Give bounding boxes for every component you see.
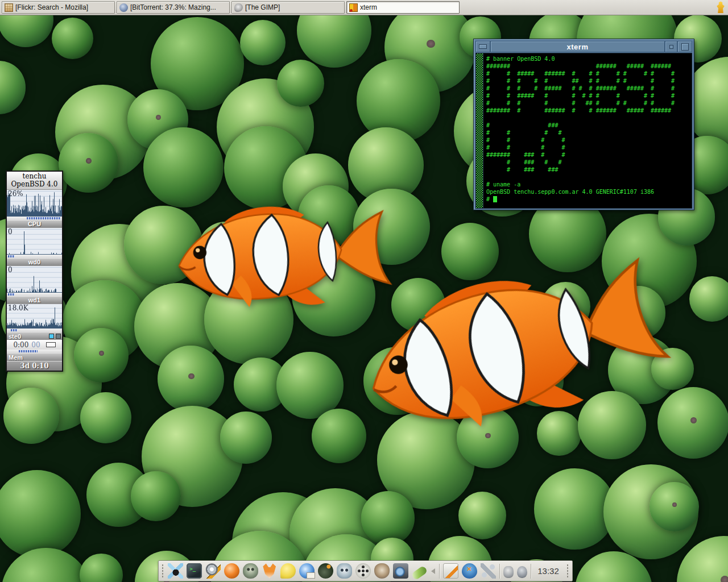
expander-arrow-icon[interactable] <box>431 568 435 574</box>
ste0-label[interactable]: ste0 <box>7 332 62 340</box>
monitor-hostname-panel: tenchu OpenBSD 4.0 <box>7 172 62 189</box>
globe-mail-icon[interactable] <box>299 563 315 579</box>
search-icon[interactable] <box>205 563 221 579</box>
cpu-chart[interactable]: 26% <box>7 189 62 217</box>
anemone-bubble <box>277 60 324 107</box>
anemone-bubble <box>458 492 506 539</box>
anemone-bubble <box>3 388 59 443</box>
anemone-bubble <box>74 328 129 383</box>
dock-icon-list <box>168 563 531 579</box>
window-iconify-button[interactable] <box>665 41 677 52</box>
xterm-scrollbar[interactable] <box>476 53 483 208</box>
dock-separator <box>531 564 531 579</box>
terminal-icon[interactable] <box>187 563 202 579</box>
anemone-bubble <box>0 61 26 114</box>
anemone-tip <box>721 576 728 582</box>
task-label: xterm <box>360 3 377 11</box>
taskbar: [Flickr: Search - Mozilla][BitTorrent: 3… <box>0 0 728 15</box>
globe-icon <box>119 3 128 12</box>
wd1-label[interactable]: wd1 <box>7 296 62 304</box>
disk-wd1-chart[interactable]: 0 <box>7 265 62 293</box>
net-ste0-chart[interactable]: 18.0K <box>7 304 62 329</box>
camera-globe-icon[interactable] <box>393 563 408 579</box>
task-label: [BitTorrent: 37.3%: Mazing... <box>130 3 216 11</box>
mem-label[interactable]: Mem <box>7 353 62 361</box>
dock-separator <box>499 564 500 579</box>
terminal-output[interactable]: # banner OpenBSD 4.0####### ###### #####… <box>483 53 675 208</box>
green-pen-icon[interactable] <box>411 565 428 580</box>
x-dog-launcher-icon[interactable] <box>168 563 183 579</box>
task-button-mozilla[interactable]: [Flickr: Search - Mozilla] <box>2 1 115 14</box>
task-button-xterm[interactable]: xterm <box>346 1 460 14</box>
dog-face-icon[interactable] <box>374 563 390 579</box>
anemone-tip <box>86 158 91 163</box>
cpu-value: 26% <box>8 190 23 198</box>
anemone-bubble <box>131 471 180 521</box>
anemone-bubble <box>1 548 91 582</box>
net-timer-panel: 0:00 00 <box>7 340 62 350</box>
dock-clock: 13:32 <box>535 566 562 576</box>
wrench-icon[interactable] <box>481 563 496 579</box>
anemone-bubble <box>361 491 415 545</box>
ste0-krell <box>7 329 62 332</box>
xterm-window[interactable]: xterm # banner OpenBSD 4.0####### ######… <box>473 39 694 210</box>
anemone-bubble <box>689 276 728 322</box>
mouse-icon[interactable] <box>517 566 527 578</box>
map-pin-icon[interactable] <box>462 563 477 579</box>
timer-button[interactable] <box>46 342 56 347</box>
bomb-icon[interactable] <box>318 563 333 579</box>
monkey-face-icon[interactable] <box>243 563 258 579</box>
cpu-label[interactable]: CPU <box>7 220 62 227</box>
wd0-value: 0 <box>8 228 13 236</box>
ste0-value: 18.0K <box>8 304 28 312</box>
timer-value: 0:00 <box>13 341 28 349</box>
anemone-bubble <box>650 482 699 531</box>
disk-wd0-chart[interactable]: 0 <box>7 227 62 255</box>
dock-separator <box>439 564 440 579</box>
ste0-label-text: ste0 <box>9 333 21 340</box>
fox-icon[interactable] <box>262 563 277 579</box>
mem-krell <box>7 350 62 353</box>
desktop: [Flickr: Search - Mozilla][BitTorrent: 3… <box>0 0 728 582</box>
hostname: tenchu <box>7 172 62 180</box>
xterm-titlebar[interactable]: xterm <box>475 41 692 52</box>
task-button-globe[interactable]: [BitTorrent: 37.3%: Mazing... <box>117 1 230 14</box>
dock-handle-right[interactable] <box>566 564 569 579</box>
anemone-tip <box>188 373 194 379</box>
timer-seconds: 00 <box>31 341 40 349</box>
clip-icon[interactable] <box>503 566 514 578</box>
task-button-list: [Flickr: Search - Mozilla][BitTorrent: 3… <box>2 1 460 14</box>
anemone-tip <box>427 40 435 48</box>
anemone-tip <box>99 351 104 356</box>
anemone-bubble <box>52 18 93 59</box>
task-label: [The GIMP] <box>245 3 280 11</box>
anemone-bubble <box>59 133 118 193</box>
orange-ball-icon[interactable] <box>224 563 239 579</box>
maximize-glyph-icon <box>681 43 689 51</box>
wd1-value: 0 <box>8 266 13 274</box>
package-brush-icon[interactable] <box>443 563 458 579</box>
anemone-bubble <box>143 127 224 207</box>
task-button-gimp[interactable]: [The GIMP] <box>231 1 345 14</box>
anemone-bubble <box>158 346 224 412</box>
gimp-icon <box>234 3 243 12</box>
rx-led <box>49 334 54 339</box>
xterm-icon <box>349 3 358 12</box>
window-menu-button[interactable] <box>475 41 490 52</box>
wd0-label[interactable]: wd0 <box>7 258 62 265</box>
menu-glyph-icon <box>479 44 487 49</box>
wd1-krell <box>7 293 62 296</box>
mozilla-icon <box>5 3 13 12</box>
anemone-bubble <box>240 20 286 65</box>
iconify-glyph-icon <box>669 45 673 49</box>
task-label: [Flickr: Search - Mozilla] <box>15 3 88 11</box>
wd0-krell <box>7 255 62 258</box>
movie-reel-icon[interactable] <box>355 563 371 579</box>
anemone-bubble <box>0 470 81 558</box>
pager-figure-icon[interactable] <box>715 1 726 14</box>
window-maximize-button[interactable] <box>677 41 692 52</box>
anemone-tip <box>672 502 677 507</box>
robot-face-icon[interactable] <box>337 563 352 579</box>
dock-handle-left[interactable] <box>162 564 164 579</box>
speech-bubble-icon[interactable] <box>280 563 296 579</box>
